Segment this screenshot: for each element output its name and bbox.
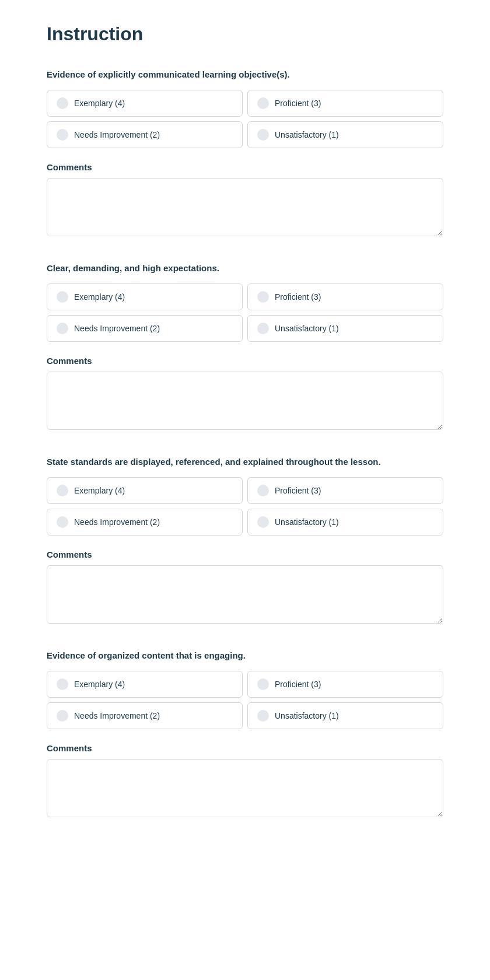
option-label-s4-proficient: Proficient (3) (275, 680, 321, 689)
question-label-4: Evidence of organized content that is en… (47, 649, 443, 662)
option-item-s2-proficient[interactable]: Proficient (3) (247, 284, 443, 310)
section-2: Clear, demanding, and high expectations.… (47, 262, 443, 432)
option-label-s1-unsatisfactory: Unsatisfactory (1) (275, 130, 339, 139)
page-title: Instruction (47, 23, 443, 45)
comments-label-1: Comments (47, 162, 443, 172)
radio-circle-s2-unsatisfactory (257, 323, 269, 334)
option-label-s3-unsatisfactory: Unsatisfactory (1) (275, 517, 339, 527)
options-grid-4: Exemplary (4)Proficient (3)Needs Improve… (47, 671, 443, 729)
option-item-s3-unsatisfactory[interactable]: Unsatisfactory (1) (247, 509, 443, 536)
comments-label-3: Comments (47, 550, 443, 559)
option-item-s2-needs-improvement[interactable]: Needs Improvement (2) (47, 315, 243, 342)
question-label-1: Evidence of explicitly communicated lear… (47, 68, 443, 80)
option-item-s2-exemplary[interactable]: Exemplary (4) (47, 284, 243, 310)
radio-circle-s3-exemplary (57, 485, 68, 496)
comments-textarea-2[interactable] (47, 372, 443, 430)
radio-circle-s4-needs-improvement (57, 710, 68, 722)
radio-circle-s3-unsatisfactory (257, 516, 269, 528)
option-item-s4-proficient[interactable]: Proficient (3) (247, 671, 443, 698)
option-label-s4-needs-improvement: Needs Improvement (2) (74, 711, 160, 720)
question-label-2: Clear, demanding, and high expectations. (47, 262, 443, 274)
option-label-s1-needs-improvement: Needs Improvement (2) (74, 130, 160, 139)
option-item-s3-exemplary[interactable]: Exemplary (4) (47, 477, 243, 504)
option-item-s4-needs-improvement[interactable]: Needs Improvement (2) (47, 702, 243, 729)
section-3: State standards are displayed, reference… (47, 456, 443, 626)
options-grid-1: Exemplary (4)Proficient (3)Needs Improve… (47, 90, 443, 148)
option-item-s2-unsatisfactory[interactable]: Unsatisfactory (1) (247, 315, 443, 342)
option-item-s1-needs-improvement[interactable]: Needs Improvement (2) (47, 121, 243, 148)
radio-circle-s4-unsatisfactory (257, 710, 269, 722)
comments-label-4: Comments (47, 743, 443, 753)
option-label-s2-exemplary: Exemplary (4) (74, 292, 125, 302)
option-item-s3-needs-improvement[interactable]: Needs Improvement (2) (47, 509, 243, 536)
option-label-s4-exemplary: Exemplary (4) (74, 680, 125, 689)
option-item-s3-proficient[interactable]: Proficient (3) (247, 477, 443, 504)
option-item-s4-exemplary[interactable]: Exemplary (4) (47, 671, 243, 698)
radio-circle-s3-needs-improvement (57, 516, 68, 528)
comments-textarea-4[interactable] (47, 759, 443, 817)
option-label-s2-needs-improvement: Needs Improvement (2) (74, 324, 160, 333)
radio-circle-s1-exemplary (57, 97, 68, 109)
option-label-s1-exemplary: Exemplary (4) (74, 99, 125, 108)
section-4: Evidence of organized content that is en… (47, 649, 443, 820)
comments-textarea-3[interactable] (47, 565, 443, 624)
options-grid-2: Exemplary (4)Proficient (3)Needs Improve… (47, 284, 443, 342)
radio-circle-s1-unsatisfactory (257, 129, 269, 141)
option-item-s1-exemplary[interactable]: Exemplary (4) (47, 90, 243, 117)
radio-circle-s2-proficient (257, 291, 269, 303)
comments-label-2: Comments (47, 356, 443, 366)
option-label-s2-unsatisfactory: Unsatisfactory (1) (275, 324, 339, 333)
radio-circle-s2-exemplary (57, 291, 68, 303)
option-item-s1-unsatisfactory[interactable]: Unsatisfactory (1) (247, 121, 443, 148)
radio-circle-s1-needs-improvement (57, 129, 68, 141)
radio-circle-s1-proficient (257, 97, 269, 109)
option-label-s3-proficient: Proficient (3) (275, 486, 321, 495)
option-label-s2-proficient: Proficient (3) (275, 292, 321, 302)
option-item-s4-unsatisfactory[interactable]: Unsatisfactory (1) (247, 702, 443, 729)
option-item-s1-proficient[interactable]: Proficient (3) (247, 90, 443, 117)
option-label-s3-needs-improvement: Needs Improvement (2) (74, 517, 160, 527)
option-label-s3-exemplary: Exemplary (4) (74, 486, 125, 495)
radio-circle-s2-needs-improvement (57, 323, 68, 334)
question-label-3: State standards are displayed, reference… (47, 456, 443, 468)
comments-textarea-1[interactable] (47, 178, 443, 236)
radio-circle-s4-exemplary (57, 678, 68, 690)
option-label-s1-proficient: Proficient (3) (275, 99, 321, 108)
radio-circle-s4-proficient (257, 678, 269, 690)
section-1: Evidence of explicitly communicated lear… (47, 68, 443, 239)
options-grid-3: Exemplary (4)Proficient (3)Needs Improve… (47, 477, 443, 536)
radio-circle-s3-proficient (257, 485, 269, 496)
option-label-s4-unsatisfactory: Unsatisfactory (1) (275, 711, 339, 720)
